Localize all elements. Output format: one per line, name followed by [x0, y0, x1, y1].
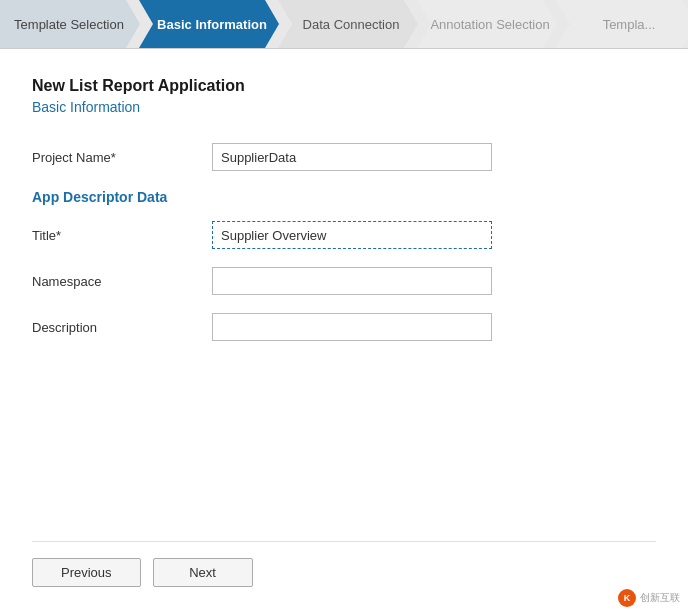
next-button[interactable]: Next — [153, 558, 253, 587]
project-name-label: Project Name* — [32, 150, 212, 165]
wizard-nav: Template Selection Basic Information Dat… — [0, 0, 688, 49]
title-label: Title* — [32, 228, 212, 243]
watermark-text: 创新互联 — [640, 591, 680, 605]
wizard-step-annotation-selection[interactable]: Annotation Selection — [417, 0, 557, 48]
description-row: Description — [32, 313, 656, 341]
app-descriptor-heading: App Descriptor Data — [32, 189, 656, 205]
project-name-row: Project Name* — [32, 143, 656, 171]
page-subtitle: Basic Information — [32, 99, 656, 115]
wizard-step-label: Template Selection — [14, 17, 124, 32]
form-section: Project Name* App Descriptor Data Title*… — [32, 143, 656, 541]
wizard-step-template-settings[interactable]: Templa... — [556, 0, 688, 48]
wizard-step-label: Basic Information — [157, 17, 267, 32]
title-row: Title* — [32, 221, 656, 249]
watermark: K 创新互联 — [618, 589, 680, 607]
wizard-step-label: Annotation Selection — [430, 17, 549, 32]
footer: Previous Next — [32, 541, 656, 587]
wizard-step-label: Data Connection — [303, 17, 400, 32]
namespace-label: Namespace — [32, 274, 212, 289]
watermark-icon: K — [618, 589, 636, 607]
project-name-input[interactable] — [212, 143, 492, 171]
previous-button[interactable]: Previous — [32, 558, 141, 587]
description-label: Description — [32, 320, 212, 335]
description-input[interactable] — [212, 313, 492, 341]
wizard-step-template-selection[interactable]: Template Selection — [0, 0, 140, 48]
wizard-step-basic-information[interactable]: Basic Information — [139, 0, 279, 48]
page-title: New List Report Application — [32, 77, 656, 95]
main-content: New List Report Application Basic Inform… — [0, 49, 688, 611]
namespace-input[interactable] — [212, 267, 492, 295]
namespace-row: Namespace — [32, 267, 656, 295]
title-input[interactable] — [212, 221, 492, 249]
wizard-step-label: Templa... — [603, 17, 656, 32]
wizard-step-data-connection[interactable]: Data Connection — [278, 0, 418, 48]
